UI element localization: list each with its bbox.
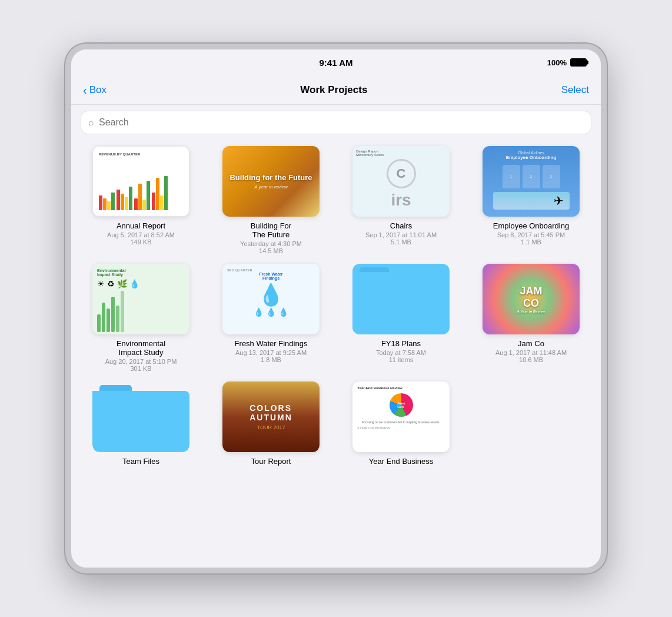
bar-group <box>117 187 132 210</box>
list-item[interactable]: Year-End Business Review June43% Focusin… <box>341 382 461 467</box>
file-size: 1.1 MB <box>521 238 541 246</box>
list-item[interactable]: EnvironmentalImpact Study ☀ ♻ 🌿 💧 <box>81 264 201 372</box>
battery-percent: 100% <box>547 58 567 67</box>
file-name: Building ForThe Future <box>251 221 291 239</box>
employee-content: Global Airlines Employee Onboarding 1 2 … <box>483 146 580 217</box>
yearend-content: Year-End Business Review June43% Focusin… <box>352 382 450 452</box>
env-bar <box>102 303 105 332</box>
emp-steps: 1 2 3 <box>503 165 560 188</box>
list-item[interactable]: FY18 Plans Today at 7:58 AM 11 items <box>341 264 461 372</box>
jamco-content: JAMCO A Year in Review <box>483 264 580 334</box>
file-name: Fresh Water Findings <box>235 339 308 348</box>
jamco-sub: A Year in Review <box>517 310 545 313</box>
file-name: Team Files <box>122 457 159 466</box>
page-title: Work Projects <box>300 84 367 96</box>
file-thumbnail: COLORSAUTUMN TOUR 2017 <box>222 382 320 452</box>
env-icon-4: 💧 <box>129 279 139 288</box>
file-size: 10.6 MB <box>519 356 543 363</box>
back-chevron-icon: ‹ <box>83 84 87 96</box>
file-name: EnvironmentalImpact Study <box>117 339 165 357</box>
file-date: Aug 20, 2017 at 5:10 PM <box>105 358 177 365</box>
fy18-content <box>352 264 450 334</box>
folder-body <box>352 272 450 334</box>
file-thumbnail: Design ReportMidcentury Scans C irs <box>352 146 450 217</box>
back-button[interactable]: ‹ Box <box>83 84 107 96</box>
bar <box>111 193 115 210</box>
file-thumbnail <box>352 264 450 334</box>
tour-content: COLORSAUTUMN TOUR 2017 <box>222 382 320 452</box>
env-bar <box>121 291 124 332</box>
bar-group <box>99 193 115 210</box>
bar-group <box>134 181 150 210</box>
list-item[interactable]: Design ReportMidcentury Scans C irs Chai… <box>341 146 461 254</box>
env-bar <box>107 308 110 332</box>
nav-bar: ‹ Box Work Projects Select <box>71 75 601 105</box>
drop-3: 💧 <box>278 307 288 317</box>
emp-title: Employee Onboarding <box>506 155 556 160</box>
bar <box>138 184 142 210</box>
file-thumbnail: Building for the Future A year in review <box>222 146 320 217</box>
ye-title: Year-End Business Review <box>357 386 445 390</box>
file-name: Tour Report <box>251 457 291 466</box>
env-bar <box>111 297 115 332</box>
list-item[interactable]: Team Files <box>81 382 201 467</box>
list-item[interactable]: JAMCO A Year in Review Jam Co Aug 1, 201… <box>471 264 591 372</box>
file-thumbnail: 3RD QUARTER Fresh WaterFindings 💧 💧 💧 💧 <box>222 264 320 334</box>
files-grid: REVENUE BY QUARTER <box>81 146 591 467</box>
list-item[interactable]: Global Airlines Employee Onboarding 1 2 … <box>471 146 591 254</box>
fw-quarter: 3RD QUARTER <box>227 268 252 272</box>
drop-1: 💧 <box>254 307 264 317</box>
chairs-header: Design ReportMidcentury Scans <box>356 150 446 157</box>
building-content: Building for the Future A year in review <box>222 146 320 217</box>
battery-fill <box>571 59 585 65</box>
file-date: Yesterday at 4:30 PM <box>240 240 302 247</box>
file-name: Annual Report <box>117 221 165 230</box>
search-bar[interactable]: ⌕ <box>81 111 591 134</box>
building-title: Building for the Future <box>229 173 312 182</box>
env-icon-1: ☀ <box>97 279 105 288</box>
drop-2: 💧 <box>266 307 276 317</box>
content-area: REVENUE BY QUARTER <box>71 140 601 573</box>
file-name: Chairs <box>390 221 412 230</box>
file-thumbnail: EnvironmentalImpact Study ☀ ♻ 🌿 💧 <box>92 264 189 334</box>
bar <box>99 195 102 210</box>
list-item[interactable]: Building for the Future A year in review… <box>211 146 331 254</box>
select-button[interactable]: Select <box>561 84 589 96</box>
bar <box>121 194 124 210</box>
file-size: 149 KB <box>130 238 151 246</box>
bar <box>156 178 159 210</box>
device-frame: 9:41 AM 100% ‹ Box Work Projects Select … <box>65 44 607 573</box>
bar <box>142 200 146 210</box>
file-date: Sep 1, 2017 at 11:01 AM <box>365 231 437 238</box>
env-bar <box>116 306 119 332</box>
jamco-label: JAMCO A Year in Review <box>517 285 545 313</box>
folder-body <box>92 391 189 452</box>
search-icon: ⌕ <box>88 117 94 128</box>
env-icon-2: ♻ <box>107 279 115 288</box>
list-item[interactable]: COLORSAUTUMN TOUR 2017 Tour Report <box>211 382 331 467</box>
fw-title: Fresh WaterFindings <box>259 272 282 280</box>
file-size: 11 items <box>389 356 414 363</box>
list-item[interactable]: 3RD QUARTER Fresh WaterFindings 💧 💧 💧 💧 … <box>211 264 331 372</box>
bar <box>103 198 107 210</box>
env-title: EnvironmentalImpact Study <box>97 268 185 277</box>
file-date: Today at 7:58 AM <box>376 349 426 356</box>
chair-circle-icon: C <box>387 159 416 188</box>
file-size: 1.8 MB <box>261 356 281 363</box>
freshwater-content: 3RD QUARTER Fresh WaterFindings 💧 💧 💧 💧 <box>222 264 320 334</box>
emp-logo: Global Airlines <box>518 151 544 155</box>
tour-title: COLORSAUTUMN <box>249 403 292 422</box>
bar <box>164 176 168 210</box>
file-thumbnail: JAMCO A Year in Review <box>483 264 580 334</box>
file-date: Aug 1, 2017 at 11:48 AM <box>495 349 567 356</box>
file-size: 5.1 MB <box>391 238 411 246</box>
chairs-text: irs <box>356 191 446 210</box>
chart-title: REVENUE BY QUARTER <box>99 152 183 156</box>
search-input[interactable] <box>99 117 584 128</box>
file-date: Aug 5, 2017 at 8:52 AM <box>107 231 175 238</box>
building-subtitle: A year in review <box>254 184 288 190</box>
status-bar: 9:41 AM 100% <box>71 49 601 75</box>
list-item[interactable]: REVENUE BY QUARTER <box>81 146 201 254</box>
env-chart <box>97 291 185 332</box>
chart-bars <box>99 160 183 210</box>
